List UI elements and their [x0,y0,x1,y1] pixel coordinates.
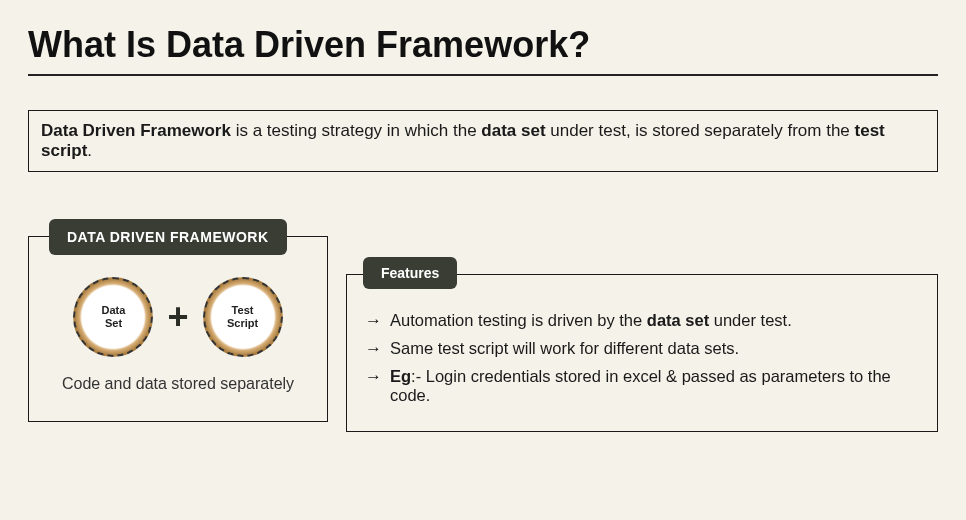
definition-text-2: under test, is stored separately from th… [546,121,855,140]
definition-text-1: is a testing strategy in which the [231,121,481,140]
diagram-area: DATA DRIVEN FRAMEWORK DataSet + TestScri… [28,236,938,432]
arrow-icon: → [365,367,382,387]
test-script-label: TestScript [217,291,269,343]
definition-text-end: . [87,141,92,160]
feature-item: → Automation testing is driven by the da… [365,311,919,331]
data-set-label: DataSet [87,291,139,343]
feature-text: :- Login credentials stored in excel & p… [390,367,891,404]
feature-item: → Same test script will work for differe… [365,339,919,359]
data-set-circle: DataSet [73,277,153,357]
feature-bold: data set [647,311,709,329]
ddf-box: DATA DRIVEN FRAMEWORK DataSet + TestScri… [28,236,328,422]
page-title: What Is Data Driven Framework? [28,24,938,66]
ddf-badge: DATA DRIVEN FRAMEWORK [49,219,287,255]
definition-box: Data Driven Framework is a testing strat… [28,110,938,172]
feature-text: Same test script will work for different… [390,339,739,358]
features-badge: Features [363,257,457,289]
feature-text: under test. [709,311,792,329]
features-box: Features → Automation testing is driven … [346,274,938,432]
plus-icon: + [167,299,188,335]
arrow-icon: → [365,311,382,331]
ddf-caption: Code and data stored separately [43,375,313,393]
definition-bold-1: Data Driven Framework [41,121,231,140]
feature-bold: Eg [390,367,411,385]
title-underline [28,74,938,76]
circles-row: DataSet + TestScript [43,277,313,357]
definition-bold-2: data set [481,121,545,140]
feature-item: → Eg:- Login credentials stored in excel… [365,367,919,405]
feature-text: Automation testing is driven by the [390,311,647,329]
test-script-circle: TestScript [203,277,283,357]
arrow-icon: → [365,339,382,359]
